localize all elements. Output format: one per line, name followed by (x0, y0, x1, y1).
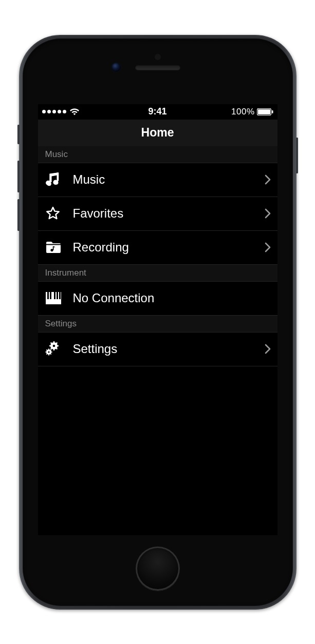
chevron-right-icon (264, 208, 271, 219)
row-favorites[interactable]: Favorites (38, 197, 277, 231)
lock-button (296, 138, 298, 173)
section-header-settings: Settings (38, 316, 277, 333)
svg-rect-18 (53, 341, 54, 343)
svg-rect-30 (45, 352, 46, 353)
section-header-instrument: Instrument (38, 265, 277, 282)
svg-rect-11 (47, 292, 49, 299)
svg-rect-1 (258, 109, 270, 114)
phone-body: 9:41 100% Home (23, 38, 293, 606)
svg-rect-2 (272, 110, 273, 113)
wifi-icon (69, 108, 80, 115)
chevron-right-icon (264, 344, 271, 354)
svg-rect-6 (57, 172, 59, 181)
chevron-right-icon (264, 242, 271, 252)
svg-point-4 (54, 181, 58, 185)
row-label: Favorites (66, 206, 264, 221)
svg-rect-21 (57, 345, 58, 346)
row-label: Music (66, 172, 264, 187)
proximity-sensor (155, 54, 161, 60)
stage: 9:41 100% Home (0, 0, 315, 644)
home-button[interactable] (136, 547, 180, 591)
svg-rect-7 (46, 244, 61, 245)
piano-icon (45, 291, 66, 305)
page-title: Home (141, 126, 174, 140)
folder-music-icon (45, 240, 66, 255)
battery-indicator: 100% (231, 107, 273, 117)
row-music[interactable]: Music (38, 163, 277, 197)
svg-rect-29 (48, 354, 49, 355)
star-icon (45, 206, 66, 221)
battery-percent: 100% (231, 107, 254, 117)
earpiece-speaker (135, 65, 180, 70)
volume-down-button (17, 199, 20, 231)
svg-rect-28 (48, 348, 49, 349)
screen: 9:41 100% Home (38, 104, 277, 535)
status-bar: 9:41 100% (38, 104, 277, 120)
svg-point-17 (52, 345, 55, 347)
row-settings[interactable]: Settings (38, 333, 277, 366)
svg-rect-19 (53, 349, 54, 350)
svg-rect-14 (57, 292, 58, 299)
content-area[interactable]: Music Music Favori (38, 146, 277, 535)
row-label: Recording (66, 240, 264, 255)
row-recording[interactable]: Recording (38, 231, 277, 265)
status-right: 100% (231, 107, 273, 117)
mute-switch (17, 125, 20, 144)
svg-rect-20 (49, 345, 51, 346)
row-label: No Connection (66, 291, 271, 305)
svg-point-3 (47, 182, 51, 186)
volume-up-button (17, 161, 20, 192)
svg-rect-5 (50, 174, 52, 182)
chevron-right-icon (264, 174, 271, 185)
music-note-icon (45, 172, 66, 187)
front-camera (112, 63, 121, 72)
battery-icon (257, 108, 273, 115)
svg-point-27 (48, 351, 49, 353)
signal-dots-icon (42, 110, 66, 113)
svg-rect-12 (50, 292, 51, 299)
status-left (42, 108, 80, 115)
nav-bar: Home (38, 120, 277, 147)
svg-rect-31 (51, 352, 52, 353)
gears-icon (45, 341, 66, 357)
row-instrument-connection[interactable]: No Connection (38, 282, 277, 316)
svg-rect-13 (54, 292, 55, 299)
phone-frame: 9:41 100% Home (19, 35, 297, 610)
svg-rect-15 (59, 292, 61, 299)
row-label: Settings (66, 342, 264, 356)
section-header-music: Music (38, 146, 277, 163)
